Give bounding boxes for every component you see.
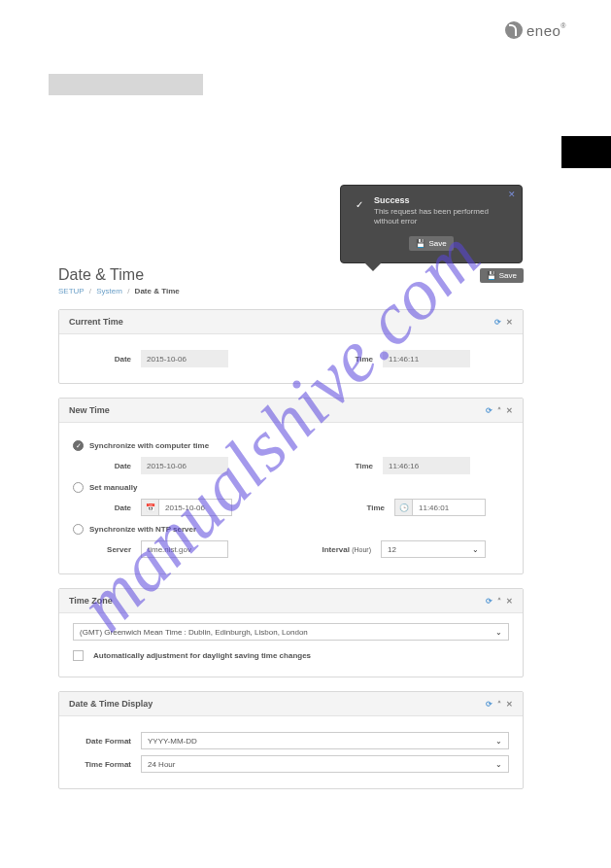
radio-set-manually[interactable]	[73, 482, 84, 493]
collapse-icon[interactable]: ˄	[497, 406, 501, 415]
close-icon[interactable]: ✕	[506, 700, 513, 709]
refresh-icon[interactable]: ⟳	[494, 318, 501, 327]
toast-title: Success	[374, 195, 510, 205]
brand-logo-text: eneo®	[526, 22, 566, 39]
save-button[interactable]: 💾 Save	[480, 268, 524, 283]
floppy-icon: 💾	[416, 239, 425, 248]
refresh-icon[interactable]: ⟳	[486, 597, 492, 606]
current-date-value: 2015-10-06	[141, 350, 228, 367]
manual-date-input[interactable]: 📅 2015-10-06	[141, 499, 232, 516]
timezone-select[interactable]: (GMT) Greenwich Mean Time : Dublin, Edin…	[73, 623, 509, 641]
toast-message: This request has been performed without …	[374, 207, 510, 227]
current-date-label: Date	[73, 355, 131, 364]
brand-logo: eneo®	[505, 21, 566, 39]
new-date-value: 2015-10-06	[141, 457, 228, 474]
new-date-label: Date	[86, 462, 131, 470]
dst-checkbox[interactable]	[73, 650, 84, 661]
date-format-label: Date Format	[73, 737, 131, 746]
settings-screenshot: Date & Time 💾 Save SETUP / System / Date…	[58, 192, 524, 799]
refresh-icon[interactable]: ⟳	[486, 700, 492, 709]
chevron-down-icon: ⌄	[495, 737, 502, 746]
close-icon[interactable]: ✕	[508, 190, 516, 199]
new-time-value: 11:46:16	[383, 457, 470, 474]
page-title: Date & Time	[58, 266, 144, 284]
manual-time-label: Time	[334, 503, 385, 512]
brand-logo-icon	[505, 21, 523, 39]
new-time-label: Time	[322, 462, 373, 470]
calendar-icon: 📅	[141, 499, 158, 516]
manual-date-label: Date	[86, 503, 131, 512]
refresh-icon[interactable]: ⟳	[486, 406, 492, 415]
success-toast: ✕ ✓ Success This request has been perfor…	[340, 185, 523, 263]
current-time-value: 11:46:11	[383, 350, 470, 367]
panel-new-time: New Time ⟳ ˄ ✕ Synchronize with computer…	[58, 398, 524, 574]
side-black-tab	[561, 136, 611, 168]
radio-sync-ntp-label: Synchronize with NTP server	[89, 525, 196, 534]
close-icon[interactable]: ✕	[506, 318, 513, 327]
ntp-server-input[interactable]: time.nist.gov	[141, 540, 228, 558]
radio-sync-ntp[interactable]	[73, 524, 84, 535]
check-icon: ✓	[353, 197, 366, 211]
current-time-label: Time	[322, 355, 373, 364]
panel-title: Current Time	[69, 317, 123, 327]
panel-current-time: Current Time ⟳ ✕ Date 2015-10-06 Time 11…	[58, 309, 524, 384]
breadcrumb-setup[interactable]: SETUP	[58, 287, 85, 295]
panel-title: Date & Time Display	[69, 699, 153, 709]
close-icon[interactable]: ✕	[506, 406, 513, 415]
chevron-down-icon: ⌄	[495, 760, 502, 769]
breadcrumb-system[interactable]: System	[96, 287, 122, 295]
panel-display: Date & Time Display ⟳ ˄ ✕ Date Format YY…	[58, 691, 524, 789]
toast-save-label: Save	[428, 239, 446, 248]
floppy-icon: 💾	[487, 271, 496, 280]
chevron-down-icon: ⌄	[495, 628, 502, 637]
radio-sync-computer[interactable]	[73, 440, 84, 451]
manual-time-input[interactable]: 🕒 11:46:01	[394, 499, 486, 516]
ntp-interval-select[interactable]: 12 ⌄	[381, 540, 486, 558]
breadcrumb-current: Date & Time	[135, 287, 180, 295]
panel-timezone: Time Zone ⟳ ˄ ✕ (GMT) Greenwich Mean Tim…	[58, 588, 524, 677]
time-format-select[interactable]: 24 Hour ⌄	[141, 755, 509, 773]
dst-checkbox-label: Automatically adjustment for daylight sa…	[93, 651, 311, 660]
panel-title: New Time	[69, 405, 110, 415]
ntp-interval-label: Interval (Hour)	[322, 545, 371, 554]
radio-set-manually-label: Set manually	[89, 483, 137, 492]
collapse-icon[interactable]: ˄	[497, 597, 501, 606]
breadcrumb: SETUP / System / Date & Time	[58, 287, 524, 295]
time-format-label: Time Format	[73, 760, 131, 769]
radio-sync-computer-label: Synchronize with computer time	[89, 441, 209, 450]
chevron-down-icon: ⌄	[472, 545, 479, 554]
ntp-server-label: Server	[86, 545, 131, 554]
date-format-select[interactable]: YYYY-MM-DD ⌄	[141, 732, 509, 749]
clock-icon: 🕒	[394, 499, 412, 516]
save-button-label: Save	[499, 271, 517, 280]
close-icon[interactable]: ✕	[506, 597, 513, 606]
collapse-icon[interactable]: ˄	[497, 700, 501, 709]
toast-save-button[interactable]: 💾 Save	[409, 236, 454, 251]
header-grey-bar	[49, 74, 203, 95]
panel-title: Time Zone	[69, 596, 113, 606]
